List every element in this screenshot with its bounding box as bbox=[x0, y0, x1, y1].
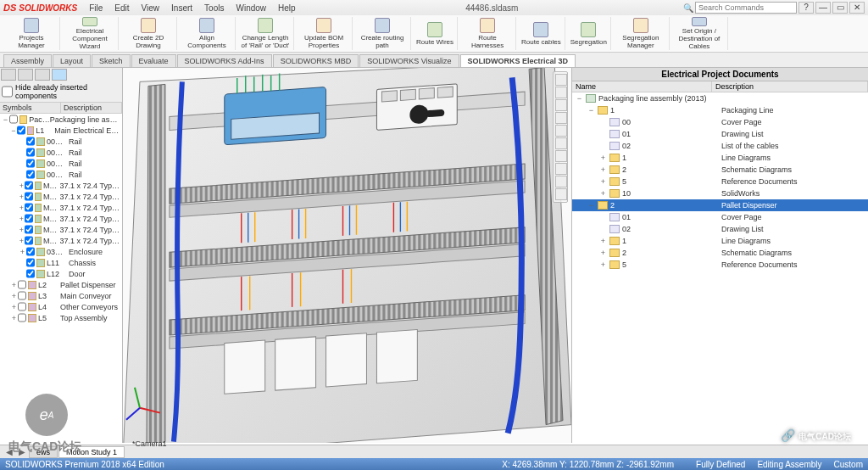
hide-inserted-checkbox[interactable] bbox=[2, 83, 13, 100]
expand-icon[interactable]: − bbox=[10, 126, 17, 135]
row-checkbox[interactable] bbox=[25, 180, 33, 191]
tab-scroll-right-icon[interactable]: ▶ bbox=[16, 447, 28, 456]
row-checkbox[interactable] bbox=[25, 191, 33, 202]
col-description[interactable]: Description bbox=[61, 103, 122, 113]
tree-row[interactable]: 00…Rail bbox=[0, 147, 122, 158]
doc-row[interactable]: −2Pallet Dispenser bbox=[572, 199, 868, 211]
prev-view-icon[interactable] bbox=[555, 99, 567, 111]
ribbon-segregation[interactable]: Segregation bbox=[567, 17, 611, 50]
doc-row[interactable]: 01Drawing List bbox=[572, 128, 868, 140]
doc-row[interactable]: +2Schematic Diagrams bbox=[572, 164, 868, 176]
menu-window[interactable]: Window bbox=[231, 2, 271, 14]
doc-row[interactable]: 01Cover Page bbox=[572, 211, 868, 223]
expand-icon[interactable]: − bbox=[587, 106, 595, 115]
row-checkbox[interactable] bbox=[25, 213, 33, 224]
tree-row[interactable]: 00…Rail bbox=[0, 158, 122, 169]
expand-icon[interactable]: + bbox=[10, 292, 18, 300]
zoom-fit-icon[interactable] bbox=[555, 74, 567, 86]
row-checkbox[interactable] bbox=[18, 312, 26, 323]
row-checkbox[interactable] bbox=[9, 114, 18, 125]
ribbon-route-harnesses[interactable]: Route Harnesses bbox=[459, 17, 516, 50]
doc-row[interactable]: +1Line Diagrams bbox=[572, 235, 868, 247]
expand-icon[interactable]: + bbox=[19, 237, 25, 245]
expand-icon[interactable]: + bbox=[599, 165, 607, 174]
component-tree[interactable]: −Packaging l…Packaging line assem−L1Main… bbox=[0, 114, 122, 443]
doc-row[interactable]: 00Cover Page bbox=[572, 116, 868, 128]
help-button[interactable]: ? bbox=[798, 2, 814, 14]
scene-icon[interactable] bbox=[555, 176, 567, 187]
expand-icon[interactable]: + bbox=[19, 248, 26, 256]
row-checkbox[interactable] bbox=[18, 301, 26, 312]
menu-file[interactable]: File bbox=[84, 2, 108, 14]
expand-icon[interactable]: + bbox=[19, 226, 25, 234]
cmdtab-sketch[interactable]: Sketch bbox=[92, 54, 131, 67]
ribbon-change-length-of-rail-or-duct-[interactable]: Change Length of 'Rail' or 'Duct' bbox=[237, 17, 294, 50]
doc-row[interactable]: +5Reference Documents bbox=[572, 176, 868, 187]
cmdtab-solidworks-add-ins[interactable]: SOLIDWORKS Add-Ins bbox=[177, 54, 272, 67]
tree-row[interactable]: L12Door bbox=[0, 268, 122, 279]
cmdtab-solidworks-visualize[interactable]: SOLIDWORKS Visualize bbox=[359, 54, 459, 67]
expand-icon[interactable]: − bbox=[576, 94, 583, 103]
search-input[interactable] bbox=[695, 2, 797, 14]
display-tab[interactable] bbox=[35, 69, 50, 81]
menu-tools[interactable]: Tools bbox=[199, 2, 229, 14]
menu-view[interactable]: View bbox=[136, 2, 165, 14]
zoom-area-icon[interactable] bbox=[555, 87, 567, 98]
tree-row[interactable]: +03…Enclosure bbox=[0, 246, 122, 257]
row-checkbox[interactable] bbox=[25, 202, 33, 213]
row-checkbox[interactable] bbox=[26, 246, 35, 257]
tree-row[interactable]: 00…Rail bbox=[0, 169, 122, 180]
expand-icon[interactable]: + bbox=[19, 215, 25, 223]
tree-row[interactable]: −L1Main Electrical Enclo… bbox=[0, 125, 122, 136]
expand-icon[interactable]: + bbox=[599, 237, 607, 245]
view-orient-icon[interactable] bbox=[555, 125, 567, 137]
expand-icon[interactable]: + bbox=[599, 154, 607, 162]
tree-row[interactable]: +M…37.1 x 72.4 Type MC … bbox=[0, 224, 122, 235]
cmdtab-solidworks-electrical-3d[interactable]: SOLIDWORKS Electrical 3D bbox=[460, 54, 576, 67]
feature-tab[interactable] bbox=[1, 69, 16, 81]
hide-show-icon[interactable] bbox=[555, 150, 567, 162]
doc-row[interactable]: +2Schematic Diagrams bbox=[572, 247, 868, 259]
config-tab[interactable] bbox=[18, 69, 33, 81]
expand-icon[interactable]: + bbox=[19, 204, 25, 212]
cmdtab-assembly[interactable]: Assembly bbox=[3, 54, 52, 67]
tree-row[interactable]: +M…37.1 x 72.4 Type MC … bbox=[0, 180, 122, 191]
ribbon-update-bom-properties[interactable]: Update BOM Properties bbox=[296, 17, 353, 50]
row-checkbox[interactable] bbox=[26, 169, 35, 180]
doc-row[interactable]: −Packaging line assembly (2013) bbox=[572, 92, 868, 104]
doc-row[interactable]: 02Drawing List bbox=[572, 223, 868, 235]
ribbon-create-2d-drawing[interactable]: Create 2D Drawing bbox=[120, 17, 177, 50]
documents-tree[interactable]: −Packaging line assembly (2013)−1Packagi… bbox=[572, 92, 868, 443]
expand-icon[interactable]: + bbox=[599, 249, 607, 257]
tree-row[interactable]: +L4Other Conveyors bbox=[0, 301, 122, 312]
tree-row[interactable]: +L5Top Assembly bbox=[0, 312, 122, 323]
ribbon-projects-manager[interactable]: Projects Manager bbox=[3, 17, 60, 50]
display-style-icon[interactable] bbox=[555, 137, 567, 149]
tree-row[interactable]: +M…37.1 x 72.4 Type MC … bbox=[0, 235, 122, 246]
expand-icon[interactable]: − bbox=[2, 115, 9, 124]
ribbon-create-routing-path[interactable]: Create routing path bbox=[354, 17, 411, 50]
expand-icon[interactable]: + bbox=[19, 182, 25, 190]
graphics-viewport[interactable] bbox=[123, 68, 571, 443]
row-checkbox[interactable] bbox=[26, 158, 35, 169]
row-checkbox[interactable] bbox=[25, 224, 33, 235]
motion-study-tab[interactable]: Motion Study 1 bbox=[58, 446, 125, 458]
row-checkbox[interactable] bbox=[25, 235, 33, 246]
row-checkbox[interactable] bbox=[18, 279, 26, 290]
expand-icon[interactable]: + bbox=[599, 177, 607, 186]
row-checkbox[interactable] bbox=[26, 268, 35, 279]
ribbon-route-wires[interactable]: Route Wires bbox=[413, 17, 458, 50]
ribbon-electrical-component-wizard[interactable]: Electrical Component Wizard bbox=[62, 17, 119, 50]
row-checkbox[interactable] bbox=[18, 290, 26, 301]
expand-icon[interactable]: + bbox=[10, 281, 18, 289]
appearance-icon[interactable] bbox=[555, 163, 567, 175]
tree-row[interactable]: +L2Pallet Dispenser bbox=[0, 279, 122, 290]
doc-row[interactable]: +10SolidWorks bbox=[572, 187, 868, 199]
tree-row[interactable]: +M…37.1 x 72.4 Type MC … bbox=[0, 213, 122, 224]
ribbon-segregation-manager[interactable]: Segregation Manager bbox=[613, 17, 670, 50]
cmdtab-layout[interactable]: Layout bbox=[53, 54, 91, 67]
doc-row[interactable]: +5Reference Documents bbox=[572, 259, 868, 271]
row-checkbox[interactable] bbox=[26, 136, 35, 147]
expand-icon[interactable]: + bbox=[10, 303, 18, 311]
doc-row[interactable]: +1Line Diagrams bbox=[572, 152, 868, 164]
